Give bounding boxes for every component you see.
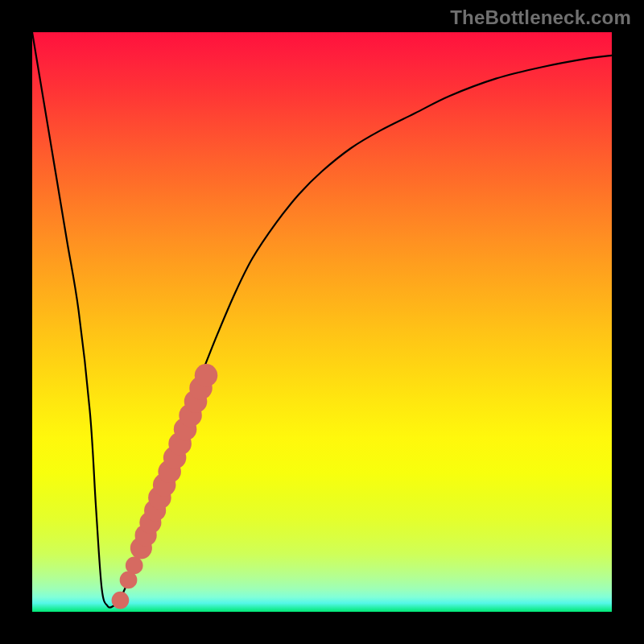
- watermark-text: TheBottleneck.com: [450, 6, 631, 29]
- data-marker: [195, 364, 218, 387]
- data-marker: [126, 557, 143, 575]
- plot-area: [32, 32, 612, 612]
- markers-layer: [112, 364, 218, 609]
- figure-container: TheBottleneck.com: [0, 0, 644, 644]
- bottleneck-curve: [32, 32, 612, 608]
- curve-layer: [32, 32, 612, 608]
- chart-svg: [32, 32, 612, 612]
- data-marker: [112, 592, 130, 609]
